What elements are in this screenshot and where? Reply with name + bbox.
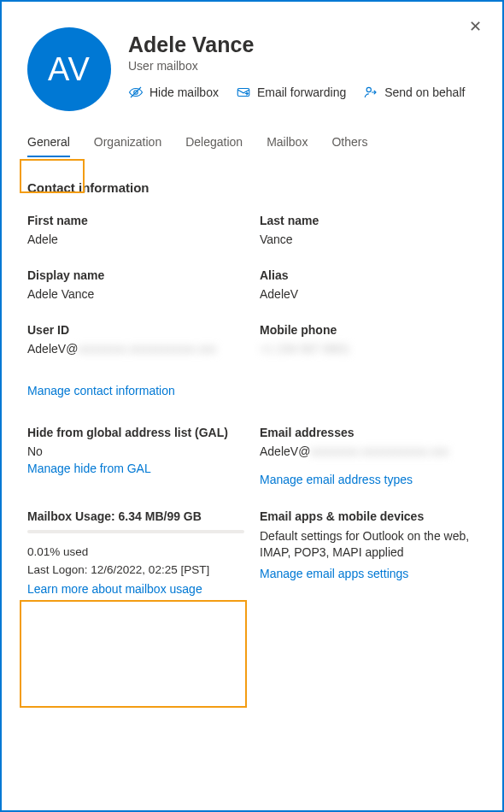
manage-email-apps-link[interactable]: Manage email apps settings	[260, 567, 408, 580]
email-apps-label: Email apps & mobile devices	[260, 509, 477, 523]
mailbox-usage-title: Mailbox Usage: 6.34 MB/99 GB	[27, 509, 244, 523]
learn-more-usage-link[interactable]: Learn more about mailbox usage	[27, 582, 202, 596]
avatar: AV	[27, 27, 111, 111]
email-forwarding-label: Email forwarding	[257, 85, 346, 99]
send-on-behalf-label: Send on behalf	[384, 85, 465, 99]
manage-contact-link[interactable]: Manage contact information	[27, 384, 175, 397]
hide-mailbox-label: Hide mailbox	[149, 85, 219, 99]
tab-delegation[interactable]: Delegation	[185, 135, 243, 157]
manage-gal-link[interactable]: Manage hide from GAL	[27, 462, 151, 475]
last-name-label: Last name	[260, 214, 477, 227]
manage-email-types-link[interactable]: Manage email address types	[260, 473, 413, 486]
tab-organization[interactable]: Organization	[94, 135, 161, 157]
mobile-phone-label: Mobile phone	[260, 323, 477, 337]
send-on-behalf-action[interactable]: Send on behalf	[363, 85, 465, 100]
email-addresses-value: AdeleV@xxxxxxxx.xxxxxxxxxxx.xxx	[260, 444, 477, 458]
mobile-phone-value: +1 234 567 8901	[260, 342, 477, 356]
close-icon[interactable]: ✕	[469, 19, 482, 34]
contact-section-title: Contact information	[27, 180, 477, 195]
highlight-usage-box	[20, 600, 247, 708]
usage-progress-bar	[27, 530, 244, 533]
display-name-label: Display name	[27, 268, 251, 282]
eye-slash-icon	[128, 85, 144, 100]
user-id-value: AdeleV@xxxxxxxx.xxxxxxxxxxx.xxx	[27, 342, 251, 356]
email-addresses-label: Email addresses	[260, 426, 477, 439]
first-name-value: Adele	[27, 232, 251, 246]
user-id-label: User ID	[27, 323, 251, 337]
tab-others[interactable]: Others	[331, 135, 367, 157]
alias-value: AdeleV	[260, 287, 477, 301]
gal-label: Hide from global address list (GAL)	[27, 426, 251, 439]
mail-forward-icon	[236, 85, 251, 100]
page-subtitle: User mailbox	[128, 59, 477, 73]
gal-value: No	[27, 444, 251, 458]
hide-mailbox-action[interactable]: Hide mailbox	[128, 85, 219, 100]
email-forwarding-action[interactable]: Email forwarding	[236, 85, 346, 100]
page-title: Adele Vance	[128, 32, 477, 57]
tab-general[interactable]: General	[27, 135, 70, 157]
svg-rect-2	[237, 89, 249, 97]
person-send-icon	[363, 85, 378, 100]
alias-label: Alias	[260, 268, 477, 282]
display-name-value: Adele Vance	[27, 287, 251, 301]
usage-last-logon: Last Logon: 12/6/2022, 02:25 [PST]	[27, 563, 244, 576]
usage-percent: 0.01% used	[27, 545, 244, 558]
svg-point-3	[366, 87, 371, 91]
last-name-value: Vance	[260, 232, 477, 246]
tab-bar: General Organization Delegation Mailbox …	[27, 135, 477, 158]
tab-mailbox[interactable]: Mailbox	[267, 135, 308, 157]
first-name-label: First name	[27, 214, 251, 227]
email-apps-desc: Default settings for Outlook on the web,…	[260, 528, 477, 561]
